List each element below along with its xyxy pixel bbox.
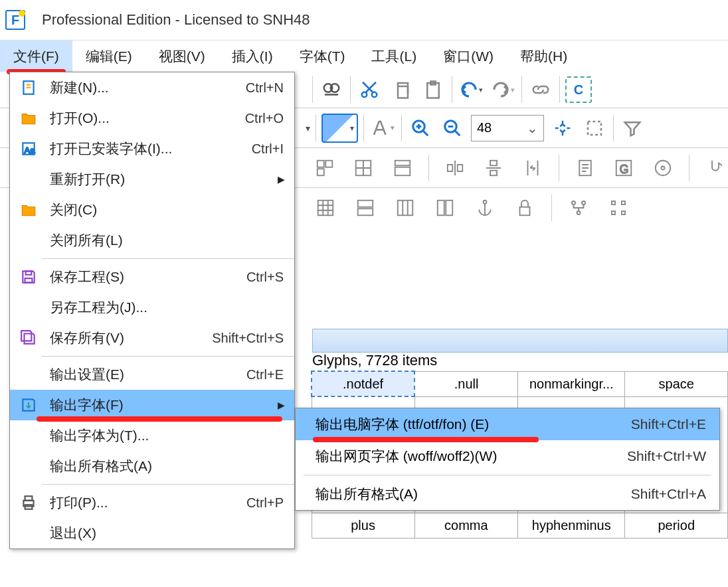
redo-icon[interactable]: ▾: [490, 76, 516, 103]
svg-point-34: [582, 201, 585, 205]
glyph-cell-period[interactable]: period: [625, 513, 728, 538]
grid1-icon[interactable]: [312, 155, 337, 181]
align-h-icon[interactable]: [442, 155, 468, 181]
file-menu-item[interactable]: 输出字体为(T)...: [10, 420, 294, 451]
menu-insert[interactable]: 插入(I): [219, 41, 286, 72]
svg-point-3: [372, 92, 377, 98]
distribute-icon[interactable]: [520, 155, 545, 181]
glyph-cell-nonmarking[interactable]: nonmarkingr...: [518, 371, 625, 396]
glyph-cell-plus[interactable]: plus: [312, 513, 414, 538]
file-menu-item[interactable]: 新建(N)...Ctrl+N: [10, 72, 294, 103]
lock-icon[interactable]: [511, 195, 538, 221]
file-menu-item[interactable]: Aa打开已安装字体(I)...Ctrl+I: [10, 133, 294, 164]
svg-rect-36: [612, 201, 615, 205]
svg-rect-14: [395, 160, 410, 165]
file-menu-item[interactable]: 保存工程(S)Ctrl+S: [10, 262, 294, 292]
svg-rect-26: [358, 201, 373, 207]
glyph-cell-comma[interactable]: comma: [414, 513, 517, 538]
submenu-item[interactable]: 输出网页字体 (woff/woff2)(W)Shift+Ctrl+W: [296, 440, 719, 472]
split-icon[interactable]: [432, 195, 458, 221]
svg-point-24: [661, 166, 664, 169]
file-menu-item[interactable]: 输出所有格式(A): [10, 451, 294, 481]
glyph-cell-notdef[interactable]: .notdef: [312, 371, 414, 396]
fill-mode-button[interactable]: [321, 114, 358, 143]
svg-rect-15: [395, 167, 410, 175]
hook-icon[interactable]: [703, 155, 728, 181]
svg-point-35: [577, 211, 581, 214]
titlebar: F Professional Edition - Licensed to SNH…: [0, 0, 728, 40]
cut-icon[interactable]: [356, 76, 383, 103]
char-c-icon[interactable]: C: [565, 76, 592, 103]
copy-icon[interactable]: [388, 76, 414, 103]
menu-window[interactable]: 窗口(W): [430, 41, 507, 72]
svg-rect-30: [446, 201, 452, 216]
file-menu-item[interactable]: 退出(X): [10, 518, 294, 548]
zoom-in-icon[interactable]: [407, 115, 434, 141]
filter-icon[interactable]: [619, 115, 646, 141]
undo-icon[interactable]: ▾: [458, 76, 484, 103]
file-menu-item[interactable]: 打开(O)...Ctrl+O: [10, 103, 294, 133]
svg-rect-25: [318, 201, 333, 216]
node-icon[interactable]: [565, 195, 592, 221]
svg-rect-44: [26, 271, 32, 274]
anchor-icon[interactable]: [472, 195, 498, 221]
glyph-cell-hyphen[interactable]: hyphenminus: [518, 513, 625, 538]
table2-icon[interactable]: [352, 195, 379, 221]
menu-file[interactable]: 文件(F): [0, 41, 72, 72]
svg-rect-11: [325, 160, 332, 167]
window-title: Professional Edition - Licensed to SNH48: [42, 11, 310, 29]
svg-point-33: [572, 201, 575, 205]
link-icon[interactable]: [527, 76, 554, 103]
menu-help[interactable]: 帮助(H): [507, 41, 581, 72]
fit-icon[interactable]: [549, 115, 576, 141]
svg-rect-9: [588, 122, 601, 135]
find-icon[interactable]: [318, 76, 345, 103]
grid2-icon[interactable]: [351, 155, 376, 181]
points-icon[interactable]: [605, 195, 632, 221]
menu-tools[interactable]: 工具(L): [358, 41, 430, 72]
file-menu-item[interactable]: 关闭(C): [10, 195, 294, 225]
svg-rect-27: [358, 209, 373, 215]
compass-icon[interactable]: [650, 155, 675, 181]
svg-text:G: G: [620, 162, 629, 175]
svg-rect-37: [622, 201, 625, 205]
glyph-cell-null[interactable]: .null: [414, 371, 517, 396]
panel-title: Glyphs, 7728 items: [312, 352, 437, 369]
file-menu-item[interactable]: 保存所有(V)Shift+Ctrl+S: [10, 323, 294, 353]
menu-font[interactable]: 字体(T): [286, 41, 359, 72]
grid3-icon[interactable]: [392, 195, 418, 221]
zoom-out-icon[interactable]: [439, 115, 466, 141]
text-a-icon[interactable]: ▾: [369, 115, 396, 141]
layout-icon[interactable]: [390, 155, 415, 181]
svg-rect-19: [490, 170, 497, 175]
svg-rect-12: [318, 169, 324, 175]
fontsize-input[interactable]: 48: [471, 115, 544, 141]
svg-rect-46: [25, 496, 33, 501]
export-submenu: 输出电脑字体 (ttf/otf/fon) (E)Shift+Ctrl+E输出网页…: [295, 408, 720, 511]
select-rect-icon[interactable]: [581, 115, 608, 141]
svg-rect-39: [622, 211, 625, 214]
submenu-item[interactable]: 输出所有格式(A)Shift+Ctrl+A: [296, 478, 719, 510]
svg-rect-32: [520, 207, 530, 216]
menu-view[interactable]: 视图(V): [145, 41, 219, 72]
panel-header: [312, 329, 728, 353]
file-menu-item[interactable]: 输出设置(E)Ctrl+E: [10, 359, 294, 390]
menu-edit[interactable]: 编辑(E): [72, 41, 145, 72]
align-v-icon[interactable]: [481, 155, 506, 181]
svg-rect-18: [490, 160, 497, 165]
glyph-cell-space[interactable]: space: [625, 371, 728, 396]
file-menu-item[interactable]: 输出字体(F)▶: [10, 390, 294, 420]
file-menu-item[interactable]: 打印(P)...Ctrl+P: [10, 487, 294, 518]
file-menu-item[interactable]: 关闭所有(L): [10, 225, 294, 256]
file-menu-item[interactable]: 另存工程为(J)...: [10, 292, 294, 323]
svg-rect-10: [318, 160, 324, 167]
g-icon[interactable]: G: [611, 155, 636, 181]
svg-text:Aa: Aa: [25, 145, 36, 155]
paste-icon[interactable]: [420, 76, 446, 103]
svg-rect-17: [458, 165, 463, 171]
clipboard-icon[interactable]: [573, 155, 598, 181]
svg-rect-16: [448, 165, 453, 171]
file-menu-item[interactable]: 重新打开(R)▶: [10, 164, 294, 195]
table-icon[interactable]: [312, 195, 339, 221]
submenu-item[interactable]: 输出电脑字体 (ttf/otf/fon) (E)Shift+Ctrl+E: [296, 408, 719, 440]
